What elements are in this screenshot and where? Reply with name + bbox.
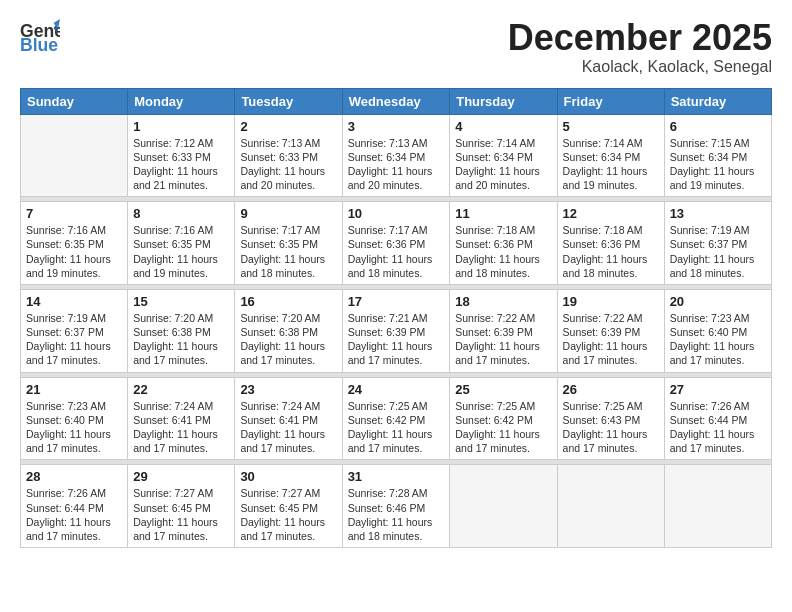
calendar-cell: 5Sunrise: 7:14 AMSunset: 6:34 PMDaylight… — [557, 114, 664, 197]
day-info: Sunrise: 7:27 AMSunset: 6:45 PMDaylight:… — [240, 486, 336, 543]
day-info: Sunrise: 7:20 AMSunset: 6:38 PMDaylight:… — [133, 311, 229, 368]
day-number: 3 — [348, 119, 445, 134]
day-info: Sunrise: 7:23 AMSunset: 6:40 PMDaylight:… — [670, 311, 766, 368]
calendar-cell: 19Sunrise: 7:22 AMSunset: 6:39 PMDayligh… — [557, 289, 664, 372]
calendar-cell: 12Sunrise: 7:18 AMSunset: 6:36 PMDayligh… — [557, 202, 664, 285]
calendar-table: Sunday Monday Tuesday Wednesday Thursday… — [20, 88, 772, 548]
day-number: 21 — [26, 382, 122, 397]
calendar-cell: 13Sunrise: 7:19 AMSunset: 6:37 PMDayligh… — [664, 202, 771, 285]
calendar-cell: 2Sunrise: 7:13 AMSunset: 6:33 PMDaylight… — [235, 114, 342, 197]
day-info: Sunrise: 7:27 AMSunset: 6:45 PMDaylight:… — [133, 486, 229, 543]
day-info: Sunrise: 7:25 AMSunset: 6:43 PMDaylight:… — [563, 399, 659, 456]
month-title: December 2025 — [508, 18, 772, 58]
calendar-cell: 1Sunrise: 7:12 AMSunset: 6:33 PMDaylight… — [128, 114, 235, 197]
day-number: 18 — [455, 294, 551, 309]
calendar-cell: 31Sunrise: 7:28 AMSunset: 6:46 PMDayligh… — [342, 465, 450, 548]
calendar-cell: 10Sunrise: 7:17 AMSunset: 6:36 PMDayligh… — [342, 202, 450, 285]
day-info: Sunrise: 7:13 AMSunset: 6:34 PMDaylight:… — [348, 136, 445, 193]
calendar-cell — [664, 465, 771, 548]
calendar-cell — [21, 114, 128, 197]
day-number: 28 — [26, 469, 122, 484]
calendar-cell: 29Sunrise: 7:27 AMSunset: 6:45 PMDayligh… — [128, 465, 235, 548]
week-row-3: 14Sunrise: 7:19 AMSunset: 6:37 PMDayligh… — [21, 289, 772, 372]
header: General Blue December 2025 Kaolack, Kaol… — [20, 18, 772, 76]
day-number: 23 — [240, 382, 336, 397]
day-info: Sunrise: 7:19 AMSunset: 6:37 PMDaylight:… — [670, 223, 766, 280]
calendar-cell: 4Sunrise: 7:14 AMSunset: 6:34 PMDaylight… — [450, 114, 557, 197]
logo-icon: General Blue — [20, 18, 60, 56]
day-number: 12 — [563, 206, 659, 221]
day-info: Sunrise: 7:19 AMSunset: 6:37 PMDaylight:… — [26, 311, 122, 368]
calendar-cell — [450, 465, 557, 548]
header-saturday: Saturday — [664, 88, 771, 114]
calendar-cell: 24Sunrise: 7:25 AMSunset: 6:42 PMDayligh… — [342, 377, 450, 460]
day-number: 31 — [348, 469, 445, 484]
location: Kaolack, Kaolack, Senegal — [508, 58, 772, 76]
calendar-cell: 26Sunrise: 7:25 AMSunset: 6:43 PMDayligh… — [557, 377, 664, 460]
calendar-cell: 6Sunrise: 7:15 AMSunset: 6:34 PMDaylight… — [664, 114, 771, 197]
calendar-cell: 23Sunrise: 7:24 AMSunset: 6:41 PMDayligh… — [235, 377, 342, 460]
day-info: Sunrise: 7:17 AMSunset: 6:35 PMDaylight:… — [240, 223, 336, 280]
calendar-cell: 28Sunrise: 7:26 AMSunset: 6:44 PMDayligh… — [21, 465, 128, 548]
calendar-cell: 21Sunrise: 7:23 AMSunset: 6:40 PMDayligh… — [21, 377, 128, 460]
week-row-5: 28Sunrise: 7:26 AMSunset: 6:44 PMDayligh… — [21, 465, 772, 548]
day-info: Sunrise: 7:13 AMSunset: 6:33 PMDaylight:… — [240, 136, 336, 193]
day-info: Sunrise: 7:12 AMSunset: 6:33 PMDaylight:… — [133, 136, 229, 193]
day-info: Sunrise: 7:21 AMSunset: 6:39 PMDaylight:… — [348, 311, 445, 368]
day-number: 30 — [240, 469, 336, 484]
calendar-cell: 25Sunrise: 7:25 AMSunset: 6:42 PMDayligh… — [450, 377, 557, 460]
day-info: Sunrise: 7:18 AMSunset: 6:36 PMDaylight:… — [563, 223, 659, 280]
page-container: General Blue December 2025 Kaolack, Kaol… — [0, 0, 792, 558]
calendar-cell: 18Sunrise: 7:22 AMSunset: 6:39 PMDayligh… — [450, 289, 557, 372]
day-number: 8 — [133, 206, 229, 221]
header-monday: Monday — [128, 88, 235, 114]
header-sunday: Sunday — [21, 88, 128, 114]
calendar-cell: 7Sunrise: 7:16 AMSunset: 6:35 PMDaylight… — [21, 202, 128, 285]
calendar-cell: 9Sunrise: 7:17 AMSunset: 6:35 PMDaylight… — [235, 202, 342, 285]
header-thursday: Thursday — [450, 88, 557, 114]
calendar-cell: 22Sunrise: 7:24 AMSunset: 6:41 PMDayligh… — [128, 377, 235, 460]
header-tuesday: Tuesday — [235, 88, 342, 114]
calendar-cell: 27Sunrise: 7:26 AMSunset: 6:44 PMDayligh… — [664, 377, 771, 460]
day-number: 10 — [348, 206, 445, 221]
day-info: Sunrise: 7:20 AMSunset: 6:38 PMDaylight:… — [240, 311, 336, 368]
calendar-cell: 11Sunrise: 7:18 AMSunset: 6:36 PMDayligh… — [450, 202, 557, 285]
day-number: 1 — [133, 119, 229, 134]
day-info: Sunrise: 7:18 AMSunset: 6:36 PMDaylight:… — [455, 223, 551, 280]
day-info: Sunrise: 7:16 AMSunset: 6:35 PMDaylight:… — [133, 223, 229, 280]
calendar-cell: 14Sunrise: 7:19 AMSunset: 6:37 PMDayligh… — [21, 289, 128, 372]
calendar-cell — [557, 465, 664, 548]
day-info: Sunrise: 7:16 AMSunset: 6:35 PMDaylight:… — [26, 223, 122, 280]
header-wednesday: Wednesday — [342, 88, 450, 114]
day-number: 11 — [455, 206, 551, 221]
day-number: 24 — [348, 382, 445, 397]
day-number: 22 — [133, 382, 229, 397]
day-number: 26 — [563, 382, 659, 397]
day-number: 7 — [26, 206, 122, 221]
header-friday: Friday — [557, 88, 664, 114]
day-info: Sunrise: 7:14 AMSunset: 6:34 PMDaylight:… — [563, 136, 659, 193]
day-number: 19 — [563, 294, 659, 309]
day-info: Sunrise: 7:26 AMSunset: 6:44 PMDaylight:… — [26, 486, 122, 543]
calendar-cell: 3Sunrise: 7:13 AMSunset: 6:34 PMDaylight… — [342, 114, 450, 197]
day-number: 14 — [26, 294, 122, 309]
day-number: 29 — [133, 469, 229, 484]
day-info: Sunrise: 7:28 AMSunset: 6:46 PMDaylight:… — [348, 486, 445, 543]
calendar-cell: 20Sunrise: 7:23 AMSunset: 6:40 PMDayligh… — [664, 289, 771, 372]
day-number: 2 — [240, 119, 336, 134]
day-info: Sunrise: 7:24 AMSunset: 6:41 PMDaylight:… — [240, 399, 336, 456]
day-info: Sunrise: 7:15 AMSunset: 6:34 PMDaylight:… — [670, 136, 766, 193]
day-info: Sunrise: 7:22 AMSunset: 6:39 PMDaylight:… — [455, 311, 551, 368]
day-number: 20 — [670, 294, 766, 309]
day-number: 27 — [670, 382, 766, 397]
day-number: 13 — [670, 206, 766, 221]
day-info: Sunrise: 7:25 AMSunset: 6:42 PMDaylight:… — [455, 399, 551, 456]
week-row-4: 21Sunrise: 7:23 AMSunset: 6:40 PMDayligh… — [21, 377, 772, 460]
calendar-cell: 17Sunrise: 7:21 AMSunset: 6:39 PMDayligh… — [342, 289, 450, 372]
title-section: December 2025 Kaolack, Kaolack, Senegal — [508, 18, 772, 76]
day-info: Sunrise: 7:25 AMSunset: 6:42 PMDaylight:… — [348, 399, 445, 456]
day-info: Sunrise: 7:17 AMSunset: 6:36 PMDaylight:… — [348, 223, 445, 280]
day-info: Sunrise: 7:24 AMSunset: 6:41 PMDaylight:… — [133, 399, 229, 456]
calendar-cell: 30Sunrise: 7:27 AMSunset: 6:45 PMDayligh… — [235, 465, 342, 548]
day-info: Sunrise: 7:26 AMSunset: 6:44 PMDaylight:… — [670, 399, 766, 456]
